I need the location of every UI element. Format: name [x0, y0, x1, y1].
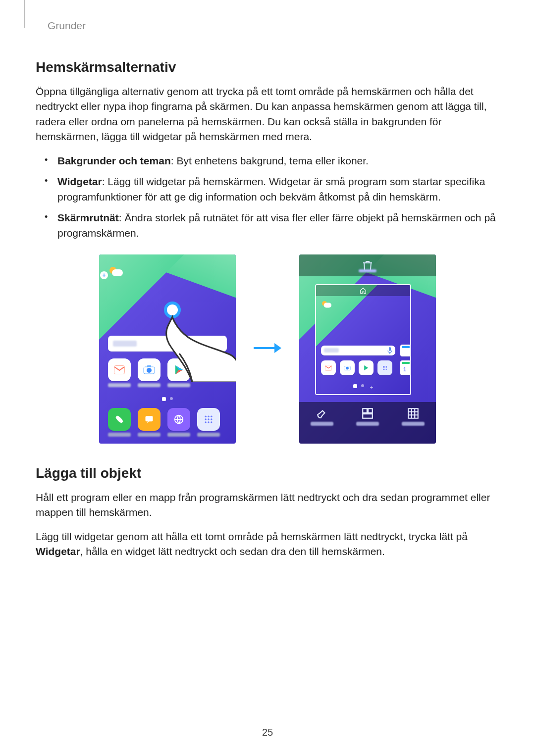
app-row [321, 360, 392, 375]
bullet-list: Bakgrunder och teman: Byt enhetens bakgr… [36, 153, 499, 241]
bullet-desc: : Ändra storlek på rutnätet för att visa… [57, 212, 496, 238]
camera-icon [340, 360, 355, 375]
edit-bottombar [299, 402, 436, 444]
svg-point-14 [208, 421, 209, 423]
svg-point-27 [386, 367, 387, 368]
page-number: 25 [0, 727, 535, 738]
edit-topbar [299, 254, 436, 276]
dock-labels [108, 433, 220, 437]
bullet-item: Widgetar: Lägg till widgetar på hemskärm… [36, 174, 499, 204]
messages-icon [138, 408, 160, 431]
svg-point-9 [211, 415, 212, 417]
svg-rect-32 [368, 408, 373, 413]
svg-point-24 [386, 366, 387, 367]
bullet-term: Widgetar [57, 176, 102, 187]
svg-rect-4 [147, 365, 151, 367]
svg-point-21 [346, 367, 349, 370]
page-dots [99, 397, 236, 401]
dot-home-icon [162, 397, 166, 401]
svg-point-7 [205, 415, 207, 417]
svg-point-26 [384, 367, 385, 368]
grid-button [402, 407, 425, 426]
figure: + [36, 254, 499, 444]
arrow-icon [253, 342, 282, 356]
bullet-desc: : Lägg till widgetar på hemskärmen. Widg… [57, 176, 485, 202]
svg-rect-18 [389, 347, 391, 351]
search-placeholder-smear [113, 341, 137, 347]
section-heading: Hemskärmsalternativ [36, 59, 499, 75]
bullet-term: Skärmrutnät [57, 212, 119, 223]
widgets-icon [361, 407, 374, 420]
dot-home-icon [353, 384, 357, 388]
calendar-widget-icon [400, 345, 411, 356]
dot-icon [361, 384, 364, 387]
weather-icon [321, 300, 333, 309]
browser-icon [167, 408, 190, 431]
phone-after: 1 + [299, 254, 436, 444]
svg-point-23 [384, 366, 385, 367]
svg-point-22 [383, 366, 384, 367]
section-intro: Öppna tillgängliga alternativ genom att … [36, 84, 499, 145]
brush-icon [316, 407, 328, 420]
section-heading: Lägga till objekt [36, 465, 499, 481]
body-text: Håll ett program eller en mapp från prog… [36, 490, 499, 520]
dock [108, 408, 220, 431]
svg-point-16 [165, 303, 179, 317]
bullet-term: Bakgrunder och teman [57, 155, 171, 166]
card-topbar [316, 285, 410, 296]
apps-icon [377, 360, 392, 375]
app-labels [108, 383, 190, 387]
weather-icon [108, 265, 125, 278]
bullet-item: Skärmrutnät: Ändra storlek på rutnätet f… [36, 210, 499, 241]
mail-icon [108, 358, 131, 381]
wallpapers-button [311, 407, 333, 426]
svg-point-3 [147, 368, 152, 373]
svg-point-15 [211, 421, 212, 423]
running-header: Grunder [48, 20, 499, 32]
bullet-item: Bakgrunder och teman: Byt enhetens bakgr… [36, 153, 499, 168]
svg-point-13 [205, 421, 207, 423]
svg-point-10 [205, 418, 207, 420]
svg-point-30 [386, 369, 387, 370]
apps-icon [197, 408, 220, 431]
play-icon [359, 360, 374, 375]
home-icon [360, 287, 367, 294]
page-dots: + [316, 384, 410, 390]
svg-point-12 [211, 418, 212, 420]
search-bar [321, 346, 395, 355]
text: , hålla en widget lätt nedtryckt och sed… [80, 546, 385, 557]
svg-point-28 [383, 369, 384, 370]
text-bold: Widgetar [36, 546, 80, 557]
svg-rect-33 [363, 414, 373, 418]
phone-before: + [99, 254, 236, 444]
phone-icon [108, 408, 131, 431]
side-rule [24, 0, 25, 28]
mail-icon [321, 360, 336, 375]
grid-icon [407, 407, 420, 420]
svg-rect-31 [363, 408, 367, 413]
add-icon: + [100, 271, 108, 279]
svg-rect-5 [146, 416, 153, 421]
widgets-button [356, 407, 379, 426]
svg-point-29 [384, 369, 385, 370]
svg-point-25 [383, 367, 384, 368]
body-text: Lägg till widgetar genom att hålla ett t… [36, 529, 499, 559]
dot-icon [170, 397, 173, 400]
home-panel-card: 1 + [315, 284, 411, 395]
manual-page: Grunder Hemskärmsalternativ Öppna tillgä… [0, 0, 535, 756]
svg-point-8 [208, 415, 209, 417]
svg-point-11 [208, 418, 209, 420]
hand-touch-icon [158, 293, 236, 382]
text: Lägg till widgetar genom att hålla ett t… [36, 531, 468, 542]
calendar-widget-icon: 1 [400, 360, 411, 375]
mic-icon [387, 347, 392, 354]
bullet-desc: : Byt enhetens bakgrund, tema eller ikon… [171, 155, 369, 166]
add-page-icon: + [370, 384, 373, 390]
